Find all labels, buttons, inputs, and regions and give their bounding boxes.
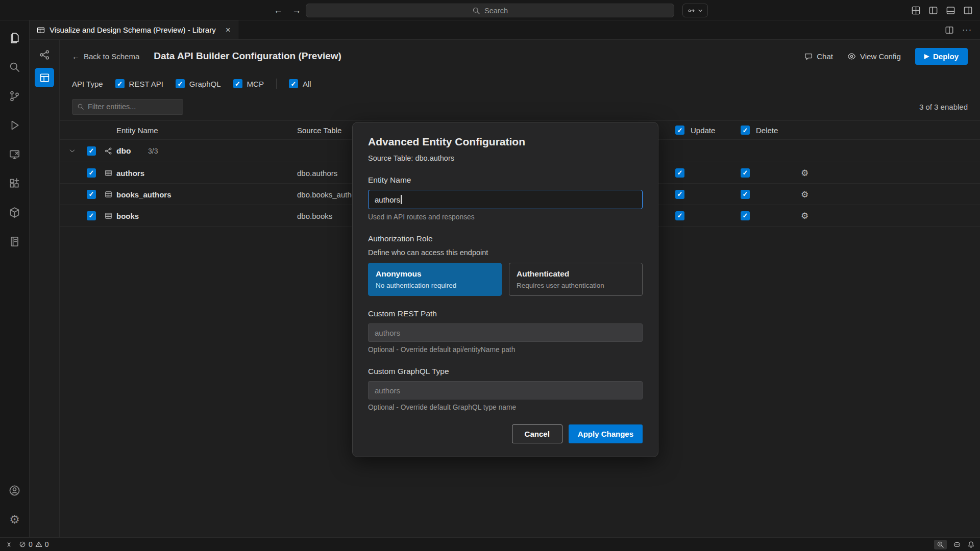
entity-settings-gear-icon[interactable]: ⚙: [801, 210, 808, 221]
delete-checkbox[interactable]: [741, 211, 750, 220]
extensions-icon[interactable]: [3, 169, 27, 198]
advanced-entity-config-dialog: Advanced Entity Configuration Source Tab…: [352, 122, 658, 457]
notifications-bell-icon[interactable]: [967, 541, 975, 548]
view-config-button[interactable]: View Config: [847, 52, 901, 61]
entity-name: books_authors: [116, 190, 172, 198]
schema-group-count: 3/3: [148, 147, 158, 155]
copilot-session-menu[interactable]: [682, 4, 708, 17]
toggle-primary-sidebar-icon[interactable]: [928, 6, 938, 15]
customize-layout-icon[interactable]: [911, 6, 921, 15]
run-debug-icon[interactable]: [3, 111, 27, 140]
entity-name-helper: Used in API routes and responses: [368, 213, 643, 221]
update-checkbox[interactable]: [675, 190, 684, 199]
role-subtitle: Requires user authentication: [517, 282, 635, 289]
mcp-checkbox[interactable]: [233, 79, 242, 88]
row-checkbox[interactable]: [87, 211, 96, 220]
entity-settings-gear-icon[interactable]: ⚙: [801, 189, 808, 199]
role-card-authenticated[interactable]: Authenticated Requires user authenticati…: [509, 263, 643, 296]
authorization-role-label: Authorization Role: [368, 234, 643, 243]
chat-button[interactable]: Chat: [804, 52, 833, 61]
toggle-panel-icon[interactable]: [946, 6, 955, 15]
graphql-type-input[interactable]: [368, 381, 643, 399]
all-label: All: [303, 80, 311, 88]
copilot-icon[interactable]: [953, 540, 961, 548]
graphql-type-label: Custom GraphQL Type: [368, 367, 643, 376]
visualize-schema-button[interactable]: [35, 45, 54, 64]
authorization-helper: Define who can access this endpoint: [368, 248, 643, 257]
mcp-label: MCP: [247, 80, 264, 88]
entity-name: authors: [116, 168, 144, 177]
nav-back-icon[interactable]: ←: [274, 5, 283, 16]
view-config-label: View Config: [860, 52, 901, 61]
dialog-title: Advanced Entity Configuration: [368, 136, 643, 148]
explorer-icon[interactable]: [3, 23, 27, 53]
account-icon[interactable]: [3, 476, 27, 505]
update-checkbox[interactable]: [675, 168, 684, 178]
rest-api-checkbox[interactable]: [115, 79, 125, 88]
schema-icon: [105, 147, 112, 155]
titlebar: ← → Search: [0, 0, 980, 20]
rest-path-input[interactable]: [368, 323, 643, 342]
row-checkbox[interactable]: [87, 190, 96, 199]
rest-api-label: REST API: [129, 80, 163, 88]
entity-name-field[interactable]: authors: [368, 190, 643, 209]
data-api-builder-button[interactable]: [35, 68, 54, 87]
zoom-button[interactable]: [934, 540, 947, 549]
api-type-label: API Type: [72, 80, 103, 88]
apply-changes-button[interactable]: Apply Changes: [569, 424, 643, 443]
warning-icon: [35, 541, 42, 548]
tab-schema-designer[interactable]: Visualize and Design Schema (Preview) - …: [30, 20, 238, 39]
cancel-button[interactable]: Cancel: [512, 424, 562, 443]
divider: [276, 79, 277, 89]
deploy-label: Deploy: [933, 52, 959, 61]
remote-explorer-icon[interactable]: [3, 140, 27, 169]
update-all-checkbox[interactable]: [675, 126, 684, 135]
table-designer-icon[interactable]: [3, 227, 27, 256]
text-caret: [401, 195, 402, 204]
settings-gear-icon[interactable]: ⚙: [3, 505, 27, 534]
session-flow-icon: [688, 7, 696, 15]
table-icon: [105, 169, 112, 177]
graphql-label: GraphQL: [189, 80, 221, 88]
remote-indicator-icon[interactable]: [5, 541, 13, 548]
editor-tabbar: Visualize and Design Schema (Preview) - …: [30, 20, 980, 40]
filter-entities-input[interactable]: [88, 103, 183, 111]
row-checkbox[interactable]: [87, 168, 96, 178]
entity-settings-gear-icon[interactable]: ⚙: [801, 167, 808, 178]
more-actions-icon[interactable]: ···: [962, 26, 972, 35]
schema-group-checkbox[interactable]: [87, 146, 96, 156]
delete-checkbox[interactable]: [741, 190, 750, 199]
entity-source: dbo.books: [297, 211, 332, 220]
toggle-secondary-sidebar-icon[interactable]: [963, 6, 973, 15]
tab-close-icon[interactable]: ×: [226, 25, 231, 35]
collapse-chevron-icon[interactable]: [69, 147, 76, 154]
delete-checkbox[interactable]: [741, 168, 750, 178]
status-bar: 0 0: [0, 537, 980, 551]
source-control-icon[interactable]: [3, 82, 27, 111]
role-card-anonymous[interactable]: Anonymous No authentication required: [368, 263, 502, 296]
schema-tab-icon: [37, 26, 45, 34]
command-search-box[interactable]: Search: [306, 4, 674, 17]
split-editor-icon[interactable]: [945, 26, 954, 35]
rest-path-label: Custom REST Path: [368, 309, 643, 318]
entity-name-header: Entity Name: [116, 126, 158, 135]
role-title: Authenticated: [517, 269, 635, 279]
problems-indicator[interactable]: 0 0: [19, 540, 49, 548]
graphql-checkbox[interactable]: [176, 79, 185, 88]
all-checkbox[interactable]: [289, 79, 298, 88]
nav-forward-icon[interactable]: →: [292, 5, 301, 16]
search-sidebar-icon[interactable]: [3, 53, 27, 82]
source-table-header: Source Table: [297, 126, 341, 135]
back-to-schema-link[interactable]: ← Back to Schema: [72, 52, 139, 61]
enabled-summary: 3 of 3 enabled: [919, 103, 968, 111]
error-count: 0: [29, 540, 33, 548]
error-icon: [19, 541, 26, 548]
tab-title: Visualize and Design Schema (Preview) - …: [50, 26, 216, 34]
database-icon[interactable]: [3, 198, 27, 227]
deploy-button[interactable]: ▶ Deploy: [915, 48, 968, 65]
delete-all-checkbox[interactable]: [741, 126, 750, 135]
update-checkbox[interactable]: [675, 211, 684, 220]
dialog-source-table: Source Table: dbo.authors: [368, 154, 643, 162]
entity-source: dbo.authors: [297, 168, 337, 177]
table-icon: [105, 190, 112, 198]
